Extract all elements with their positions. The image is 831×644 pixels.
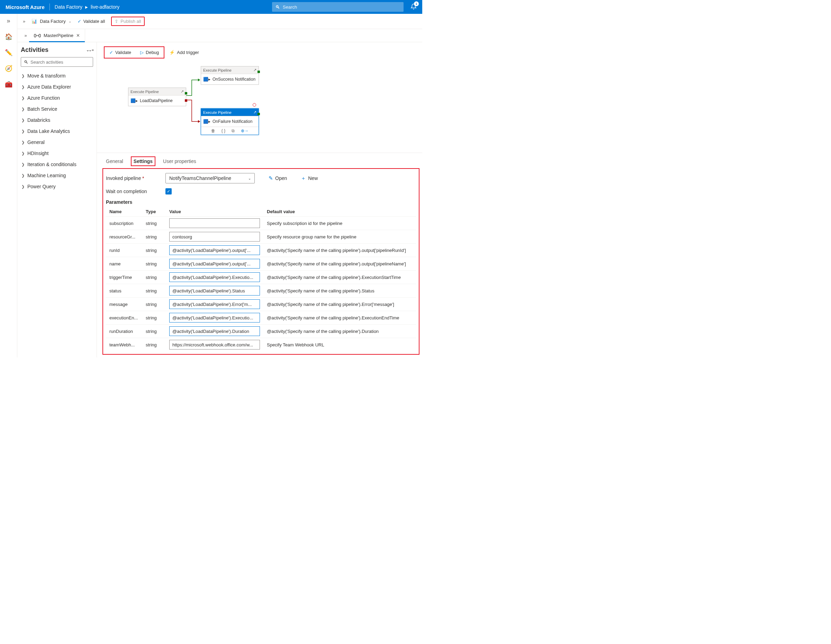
open-external-icon[interactable]: ↗ xyxy=(253,68,256,72)
delete-icon[interactable]: 🗑 xyxy=(211,129,215,133)
activity-category-item[interactable]: ❯Iteration & conditionals xyxy=(21,159,93,170)
activity-category-item[interactable]: ❯Move & transform xyxy=(21,70,93,81)
command-bar: » 📊 Data Factory ⌄ ✓ Validate all ⇧ Publ… xyxy=(17,14,422,29)
parameter-row: resourceGr...stringcontosorgSpecify reso… xyxy=(106,230,416,243)
collapse-all-icon[interactable]: ⌄⌄ xyxy=(86,48,91,52)
node-onsuccess[interactable]: Execute Pipeline↗ 🟦▸OnSuccess Notificati… xyxy=(201,66,259,85)
monitor-gauge-icon[interactable]: 🧭 xyxy=(4,64,13,73)
search-icon: 🔍︎ xyxy=(275,5,280,10)
param-value-input[interactable]: @activity('LoadDataPipeline').Duration xyxy=(169,326,260,336)
activity-category-item[interactable]: ❯Machine Learning xyxy=(21,170,93,181)
new-pipeline-button[interactable]: ＋New xyxy=(301,175,318,182)
annotation-marker xyxy=(253,103,256,107)
open-external-icon[interactable]: ↗ xyxy=(253,110,256,114)
expand-rail-icon[interactable]: » xyxy=(4,16,13,25)
param-type: string xyxy=(142,216,166,230)
activity-category-item[interactable]: ❯Batch Service xyxy=(21,103,93,114)
activity-category-item[interactable]: ❯Data Lake Analytics xyxy=(21,126,93,137)
parameter-row: messagestring@activity('LoadDataPipeline… xyxy=(106,297,416,311)
collapse-panel-icon[interactable]: » xyxy=(22,33,29,38)
param-name: status xyxy=(106,284,142,297)
expand-icon[interactable]: » xyxy=(23,19,25,24)
copy-icon[interactable]: ⧉ xyxy=(232,129,235,133)
chevron-right-icon: ❯ xyxy=(21,151,25,156)
param-value-input[interactable]: @activity('LoadDataPipeline').Executio..… xyxy=(169,272,260,282)
validate-all-button[interactable]: ✓ Validate all xyxy=(78,19,105,24)
chevron-right-icon: ❯ xyxy=(21,173,25,178)
pipeline-canvas[interactable]: Execute Pipeline↗ 🟦▸LoadDataPipeline Exe… xyxy=(97,63,422,153)
param-value-input[interactable]: https://microsoft.webhook.office.com/w..… xyxy=(169,340,260,350)
param-value-input[interactable]: @activity('LoadDataPipeline').Executio..… xyxy=(169,313,260,323)
debug-button[interactable]: ▷Debug xyxy=(137,48,162,56)
open-external-icon[interactable]: ↗ xyxy=(181,89,184,94)
svg-rect-1 xyxy=(39,34,40,37)
plus-icon: ＋ xyxy=(301,175,306,182)
tab-settings[interactable]: Settings xyxy=(131,156,155,166)
node-type-label: Execute Pipeline xyxy=(131,90,159,94)
datafactory-dropdown[interactable]: 📊 Data Factory ⌄ xyxy=(32,19,71,24)
node-loaddatapipeline[interactable]: Execute Pipeline↗ 🟦▸LoadDataPipeline xyxy=(128,87,186,106)
activities-search-input[interactable] xyxy=(30,59,90,65)
activity-category-item[interactable]: ❯Power Query xyxy=(21,181,93,192)
pipeline-activity-icon: 🟦▸ xyxy=(203,119,210,124)
activity-category-item[interactable]: ❯HDInsight xyxy=(21,148,93,159)
param-default: @activity('Specify name of the calling p… xyxy=(263,257,416,270)
node-name: LoadDataPipeline xyxy=(140,98,173,103)
param-default: @activity('Specify name of the calling p… xyxy=(263,297,416,311)
pencil-icon: ✎ xyxy=(269,175,273,181)
chevron-right-icon: ❯ xyxy=(21,140,25,145)
tab-masterpipeline[interactable]: MasterPipeline ✕ xyxy=(29,29,85,42)
search-input[interactable] xyxy=(283,5,400,10)
notifications-icon[interactable]: 1 xyxy=(411,3,417,11)
publish-icon: ⇧ xyxy=(115,19,118,24)
brand-label: Microsoft Azure xyxy=(6,4,45,10)
param-value-input[interactable]: contosorg xyxy=(169,232,260,242)
parameter-row: runDurationstring@activity('LoadDataPipe… xyxy=(106,324,416,338)
svg-marker-4 xyxy=(198,120,200,123)
add-trigger-button[interactable]: ⚡Add trigger xyxy=(166,48,202,56)
tab-general[interactable]: General xyxy=(105,156,124,166)
param-default: Specify resource group name for the pipe… xyxy=(263,230,416,243)
tab-user-properties[interactable]: User properties xyxy=(162,156,197,166)
wait-on-completion-checkbox[interactable]: ✓ xyxy=(166,188,172,194)
param-name: teamWebh... xyxy=(106,338,142,351)
manage-toolbox-icon[interactable]: 🧰 xyxy=(4,80,13,89)
col-value: Value xyxy=(166,207,263,216)
param-value-input[interactable]: @activity('LoadDataPipeline').output['..… xyxy=(169,245,260,255)
parameter-row: statusstring@activity('LoadDataPipeline'… xyxy=(106,284,416,297)
chevron-right-icon: ❯ xyxy=(21,162,25,167)
validate-button[interactable]: ✓Validate xyxy=(106,48,135,56)
breadcrumb-resource[interactable]: live-adfactory xyxy=(91,4,119,10)
param-value-input[interactable]: @activity('LoadDataPipeline').Status xyxy=(169,286,260,296)
tab-close-icon[interactable]: ✕ xyxy=(76,33,80,38)
param-type: string xyxy=(142,324,166,338)
activity-category-item[interactable]: ❯Azure Function xyxy=(21,92,93,103)
param-type: string xyxy=(142,297,166,311)
param-name: name xyxy=(106,257,142,270)
activity-category-list: ❯Move & transform❯Azure Data Explorer❯Az… xyxy=(21,70,93,192)
param-value-input[interactable] xyxy=(169,218,260,228)
code-icon[interactable]: { } xyxy=(221,129,225,133)
invoked-pipeline-select[interactable]: NotifyTeamsChannelPipeline ⌄ xyxy=(166,173,255,183)
activity-category-item[interactable]: ❯Databricks xyxy=(21,114,93,126)
more-actions-icon[interactable]: ⊕→ xyxy=(241,129,248,133)
activities-search[interactable]: 🔍︎ xyxy=(21,57,93,67)
breadcrumb-service[interactable]: Data Factory xyxy=(55,4,82,10)
activity-category-item[interactable]: ❯General xyxy=(21,137,93,148)
author-pencil-icon[interactable]: ✏️ xyxy=(4,48,13,57)
param-name: message xyxy=(106,297,142,311)
param-value-input[interactable]: @activity('LoadDataPipeline').Error['m..… xyxy=(169,299,260,309)
publish-all-button[interactable]: ⇧ Publish all xyxy=(115,19,141,24)
parameter-row: subscriptionstringSpecify subscription i… xyxy=(106,216,416,230)
chevron-right-icon: ❯ xyxy=(21,74,25,78)
chevron-right-icon: ❯ xyxy=(21,85,25,89)
param-value-input[interactable]: @activity('LoadDataPipeline').output['..… xyxy=(169,259,260,269)
hide-panel-icon[interactable]: « xyxy=(92,48,93,52)
home-icon[interactable]: 🏠 xyxy=(4,32,13,41)
global-search[interactable]: 🔍︎ xyxy=(272,2,404,12)
param-type: string xyxy=(142,243,166,257)
node-onfailure[interactable]: Execute Pipeline↗ 🟦▸OnFailure Notificati… xyxy=(201,108,259,135)
chevron-right-icon: ❯ xyxy=(21,118,25,122)
activity-category-item[interactable]: ❯Azure Data Explorer xyxy=(21,81,93,92)
open-pipeline-button[interactable]: ✎Open xyxy=(269,175,287,181)
